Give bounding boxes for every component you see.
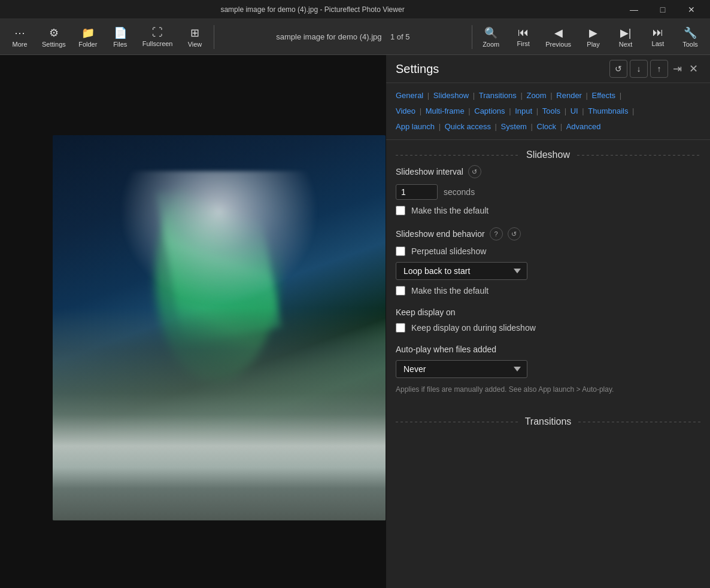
nav-advanced[interactable]: Advanced: [566, 122, 601, 131]
nav-quick-access[interactable]: Quick access: [445, 122, 491, 131]
toolbar-separator-2: [472, 25, 472, 49]
loop-back-dropdown[interactable]: Loop back to start Stop Reverse Close ap…: [396, 262, 527, 280]
settings-header-icons: ↺ ↓ ↑ ⇥ ✕: [609, 60, 700, 78]
toolbar-play[interactable]: ▶ Play: [578, 24, 608, 50]
keep-display-group: Keep display on Keep display on during s…: [396, 307, 700, 333]
end-behavior-default-label: Make this the default: [411, 286, 488, 295]
toolbar-previous[interactable]: ◀ Previous: [541, 24, 576, 50]
filename-text: sample image for demo (4).jpg: [276, 32, 381, 41]
nav-clock[interactable]: Clock: [537, 122, 557, 131]
clouds-overlay: [119, 171, 319, 306]
main-layout: Settings ↺ ↓ ↑ ⇥ ✕ General | Slideshow |…: [0, 55, 710, 588]
toolbar-separator-1: [214, 25, 214, 49]
perpetual-slideshow-label: Perpetual slideshow: [411, 246, 486, 256]
toolbar-next[interactable]: ▶| Next: [611, 24, 641, 50]
toolbar-last[interactable]: ⏭ Last: [643, 24, 673, 50]
slideshow-section-divider: Slideshow: [386, 140, 710, 165]
settings-close-button[interactable]: ✕: [687, 60, 700, 78]
nav-video[interactable]: Video: [396, 106, 415, 115]
end-behavior-default-row: Make this the default: [396, 286, 700, 295]
keep-display-checkbox[interactable]: [396, 323, 405, 333]
perpetual-slideshow-checkbox[interactable]: [396, 246, 405, 256]
toolbar-zoom-label: Zoom: [483, 41, 499, 48]
nav-transitions[interactable]: Transitions: [479, 91, 517, 100]
settings-download-button[interactable]: ↓: [630, 60, 648, 78]
keep-display-label: Keep display on: [396, 307, 456, 317]
settings-nav-links: General | Slideshow | Transitions | Zoom…: [386, 83, 710, 140]
transitions-divider-left: [396, 422, 518, 422]
toolbar-tools[interactable]: 🔧 Tools: [675, 24, 705, 50]
nav-tools[interactable]: Tools: [542, 106, 560, 115]
autoplay-dropdown[interactable]: Never Always Ask: [396, 360, 527, 378]
file-count-text: 1 of 5: [390, 32, 410, 41]
end-behavior-default-checkbox[interactable]: [396, 286, 405, 295]
slideshow-end-behavior-help-button[interactable]: ?: [490, 227, 503, 240]
nav-ui[interactable]: UI: [571, 106, 578, 115]
nav-multiframe[interactable]: Multi-frame: [426, 106, 465, 115]
toolbar-settings-label: Settings: [42, 41, 66, 48]
nav-effects[interactable]: Effects: [592, 91, 616, 100]
maximize-button[interactable]: □: [649, 0, 676, 19]
toolbar-more[interactable]: ⋯ More: [5, 24, 35, 50]
zoom-icon: 🔍: [484, 26, 497, 39]
toolbar-more-label: More: [12, 41, 27, 48]
settings-header: Settings ↺ ↓ ↑ ⇥ ✕: [386, 55, 710, 83]
toolbar-zoom[interactable]: 🔍 Zoom: [476, 24, 506, 50]
slideshow-end-behavior-reset-button[interactable]: ↺: [508, 227, 521, 240]
close-button[interactable]: ✕: [678, 0, 705, 19]
slideshow-interval-label-row: Slideshow interval ↺: [396, 165, 700, 178]
settings-expand-button[interactable]: ⇥: [670, 60, 684, 78]
autoplay-group: Auto-play when files added Never Always …: [396, 345, 700, 395]
toolbar-folder[interactable]: 📁 Folder: [73, 24, 103, 50]
settings-refresh-button[interactable]: ↺: [609, 60, 627, 78]
previous-icon: ◀: [554, 26, 563, 39]
more-icon: ⋯: [14, 26, 25, 39]
transitions-section-divider: Transitions: [386, 407, 710, 432]
nav-render[interactable]: Render: [556, 91, 582, 100]
settings-icon: ⚙: [49, 26, 59, 39]
interval-default-label: Make this the default: [411, 206, 488, 215]
nav-app-launch[interactable]: App launch: [396, 122, 435, 131]
first-icon: ⏮: [518, 26, 529, 39]
view-icon: ⊞: [190, 26, 199, 39]
window-title: sample image for demo (4).jpg - Picturef…: [5, 5, 620, 14]
nav-captions[interactable]: Captions: [474, 106, 505, 115]
image-panel: [0, 55, 386, 588]
toolbar-view[interactable]: ⊞ View: [180, 24, 210, 50]
autoplay-dropdown-row: Never Always Ask: [396, 360, 700, 378]
divider-line-right: [577, 155, 700, 156]
settings-panel: Settings ↺ ↓ ↑ ⇥ ✕ General | Slideshow |…: [386, 55, 710, 588]
slideshow-interval-group: Slideshow interval ↺ seconds Make this t…: [396, 165, 700, 215]
autoplay-label: Auto-play when files added: [396, 345, 496, 354]
toolbar-first[interactable]: ⏮ First: [508, 24, 538, 50]
toolbar-last-label: Last: [652, 40, 665, 47]
perpetual-slideshow-row: Perpetual slideshow: [396, 246, 700, 256]
slideshow-end-behavior-label: Slideshow end behavior: [396, 229, 485, 239]
interval-default-checkbox[interactable]: [396, 206, 405, 215]
autoplay-note: Applies if files are manually added. See…: [396, 384, 700, 395]
nav-zoom[interactable]: Zoom: [526, 91, 546, 100]
nav-thumbnails[interactable]: Thumbnails: [588, 106, 628, 115]
toolbar-fullscreen-label: Fullscreen: [142, 40, 173, 47]
fullscreen-icon: ⛶: [152, 26, 163, 39]
toolbar-fullscreen[interactable]: ⛶ Fullscreen: [138, 24, 178, 50]
slideshow-section-title: Slideshow: [526, 150, 570, 160]
nav-system[interactable]: System: [501, 122, 527, 131]
toolbar-play-label: Play: [587, 41, 599, 48]
nav-slideshow[interactable]: Slideshow: [433, 91, 469, 100]
nav-input[interactable]: Input: [515, 106, 532, 115]
divider-line-left: [396, 155, 519, 156]
toolbar-tools-label: Tools: [682, 41, 698, 48]
toolbar-files[interactable]: 📄 Files: [105, 24, 135, 50]
interval-default-checkbox-row: Make this the default: [396, 206, 700, 215]
slideshow-interval-reset-button[interactable]: ↺: [468, 165, 481, 178]
settings-upload-button[interactable]: ↑: [650, 60, 668, 78]
nav-general[interactable]: General: [396, 91, 423, 100]
play-icon: ▶: [589, 26, 597, 39]
toolbar-filename: sample image for demo (4).jpg 1 of 5: [218, 32, 469, 41]
minimize-button[interactable]: —: [620, 0, 648, 19]
toolbar-settings[interactable]: ⚙ Settings: [37, 24, 71, 50]
slideshow-interval-input[interactable]: [396, 184, 438, 200]
toolbar-first-label: First: [517, 40, 530, 47]
keep-display-label-row: Keep display on: [396, 307, 700, 317]
